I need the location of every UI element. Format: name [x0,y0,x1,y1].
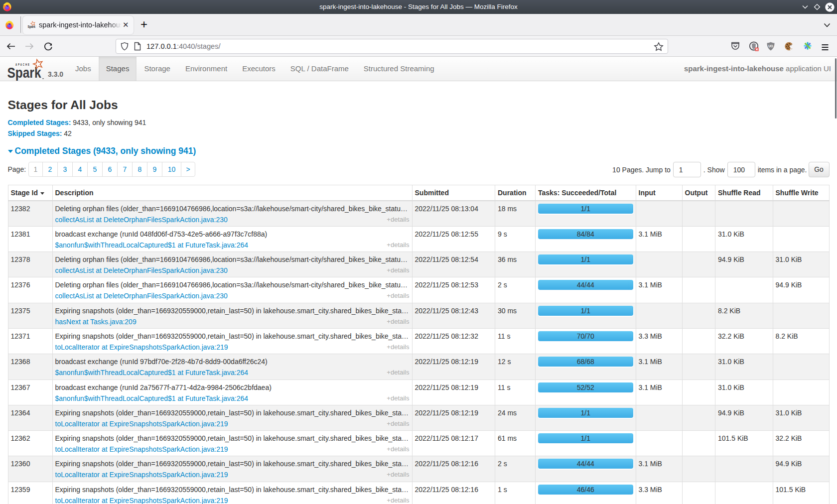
svg-text:rk: rk [33,24,35,28]
svg-text:Spa: Spa [28,24,33,28]
svg-text:UO: UO [768,44,773,48]
